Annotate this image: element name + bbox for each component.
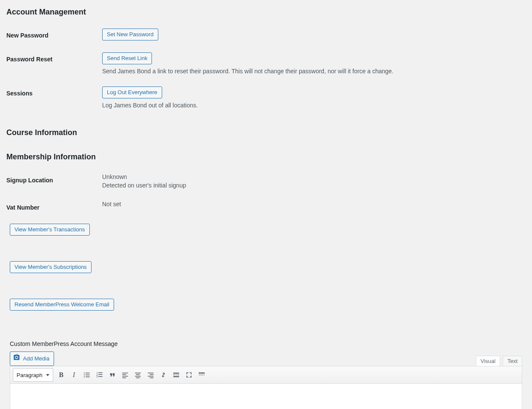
editor-wrapper: Add Media Visual Text Paragraph B I 123 (10, 351, 522, 409)
svg-rect-30 (199, 372, 200, 374)
signup-location-label: Signup Location (6, 169, 102, 196)
svg-rect-13 (122, 373, 128, 374)
svg-text:3: 3 (96, 375, 97, 378)
custom-account-message-heading: Custom MemberPress Account Message (10, 340, 526, 347)
vat-number-value: Not set (102, 201, 521, 207)
password-reset-label: Password Reset (6, 48, 102, 82)
svg-rect-8 (98, 372, 103, 373)
svg-rect-19 (135, 376, 141, 377)
svg-point-1 (84, 372, 85, 373)
svg-rect-37 (203, 374, 204, 376)
course-information-heading: Course Information (6, 125, 526, 141)
svg-rect-27 (175, 374, 177, 375)
align-center-icon[interactable] (133, 370, 143, 380)
svg-rect-10 (98, 374, 103, 375)
set-new-password-button[interactable]: Set New Password (102, 29, 158, 40)
log-out-everywhere-button[interactable]: Log Out Everywhere (102, 86, 162, 98)
signup-location-description: Detected on user's initial signup (102, 182, 521, 189)
format-dropdown-value: Paragraph (17, 372, 43, 378)
italic-icon[interactable]: I (69, 370, 79, 380)
svg-rect-31 (200, 372, 202, 374)
resend-welcome-email-button[interactable]: Resend MemberPress Welcome Email (10, 299, 114, 311)
add-media-label: Add Media (23, 354, 49, 363)
new-password-label: New Password (6, 24, 102, 48)
svg-rect-29 (173, 376, 179, 377)
editor-content-area[interactable] (10, 384, 522, 409)
sessions-label: Sessions (6, 82, 102, 116)
bold-icon[interactable]: B (57, 370, 66, 380)
svg-point-0 (16, 357, 17, 358)
svg-rect-24 (149, 377, 153, 378)
view-member-transactions-button[interactable]: View Member's Transactions (10, 224, 90, 236)
account-management-table: New Password Set New Password Password R… (6, 24, 526, 116)
svg-point-5 (84, 376, 85, 377)
editor-toolbar: Paragraph B I 123 (10, 366, 522, 384)
view-member-subscriptions-button[interactable]: View Member's Subscriptions (10, 261, 92, 273)
sessions-description: Log James Bond out of all locations. (102, 102, 521, 109)
svg-rect-25 (173, 373, 179, 374)
svg-rect-33 (203, 372, 204, 374)
bulleted-list-icon[interactable] (82, 370, 92, 380)
tab-visual[interactable]: Visual (476, 356, 500, 366)
svg-rect-32 (202, 372, 203, 374)
svg-rect-21 (148, 373, 154, 374)
membership-information-table: Signup Location Unknown Detected on user… (6, 169, 526, 219)
fullscreen-icon[interactable] (184, 370, 194, 380)
svg-rect-20 (136, 377, 140, 378)
align-left-icon[interactable] (120, 370, 130, 380)
blockquote-icon[interactable] (108, 370, 117, 380)
numbered-list-icon[interactable]: 123 (95, 370, 104, 380)
svg-rect-26 (173, 374, 175, 375)
svg-rect-4 (86, 374, 90, 375)
toolbar-toggle-icon[interactable] (197, 370, 206, 380)
svg-point-3 (84, 374, 85, 375)
password-reset-description: Send James Bond a link to reset their pa… (102, 68, 521, 75)
tab-text[interactable]: Text (503, 356, 522, 366)
svg-rect-6 (86, 377, 90, 377)
editor-tabs: Visual Text (476, 356, 522, 366)
svg-rect-34 (199, 374, 200, 376)
media-icon (13, 354, 20, 364)
svg-rect-18 (136, 374, 140, 375)
send-reset-link-button[interactable]: Send Reset Link (102, 52, 152, 64)
svg-rect-16 (122, 377, 126, 378)
svg-rect-2 (86, 373, 90, 374)
svg-rect-12 (98, 376, 103, 377)
svg-rect-23 (148, 376, 154, 377)
link-icon[interactable] (159, 370, 168, 380)
svg-rect-17 (135, 373, 141, 374)
vat-number-label: Vat Number (6, 196, 102, 219)
svg-rect-14 (122, 374, 126, 375)
membership-information-heading: Membership Information (6, 149, 526, 165)
format-dropdown[interactable]: Paragraph (13, 368, 53, 382)
svg-rect-15 (122, 376, 128, 377)
svg-rect-22 (149, 374, 153, 375)
signup-location-value: Unknown (102, 173, 521, 180)
account-management-heading: Account Management (6, 4, 526, 20)
svg-rect-28 (177, 374, 179, 375)
svg-rect-36 (202, 374, 203, 376)
add-media-button[interactable]: Add Media (10, 351, 54, 366)
align-right-icon[interactable] (146, 370, 155, 380)
svg-rect-35 (200, 374, 202, 376)
read-more-icon[interactable] (172, 370, 181, 380)
